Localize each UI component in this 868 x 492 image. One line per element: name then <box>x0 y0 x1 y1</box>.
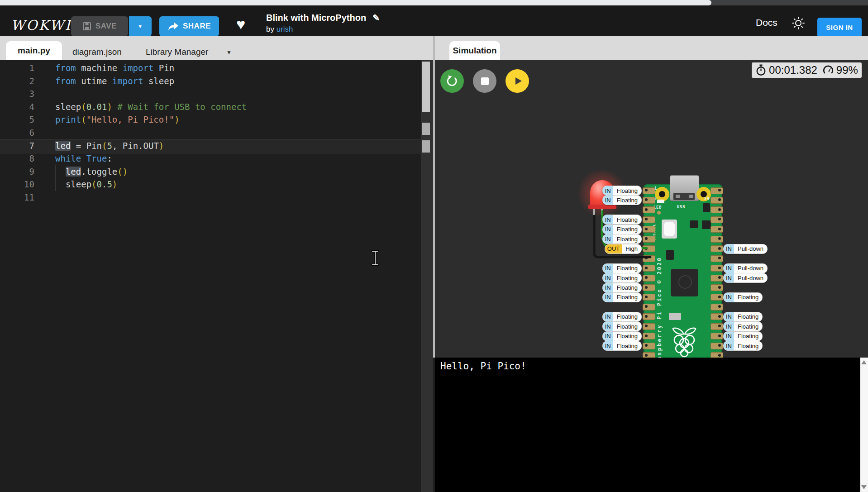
terminal-scrollbar[interactable] <box>860 358 868 492</box>
theme-toggle-sun-icon[interactable] <box>791 16 806 30</box>
pin-state-label: INPull-down <box>723 244 768 254</box>
pin-state-label: INFloating <box>602 321 642 331</box>
pin-state-label: OUTHigh <box>605 244 642 254</box>
pin-pad <box>643 265 655 272</box>
pin-state-label: INFloating <box>602 283 642 293</box>
tab-library-manager[interactable]: Library Manager <box>146 47 208 57</box>
pin-pad <box>643 333 655 339</box>
code-line: sleep(0.01) # Wait for USB to connect <box>55 100 247 114</box>
browser-edge-strip <box>0 0 868 5</box>
scroll-up-icon[interactable] <box>861 360 867 364</box>
pin-pad <box>711 236 723 243</box>
pin-pad <box>711 323 723 330</box>
wokwi-logo[interactable]: WOKWI <box>11 17 72 33</box>
line-number: 7 <box>0 139 34 153</box>
board-silkscreen-text: Raspberry Pi Pico © 2020 <box>656 208 663 358</box>
pin-pad <box>643 216 655 223</box>
pin-state-label: INFloating <box>723 341 763 351</box>
share-arrow-icon <box>167 22 179 31</box>
pin-state-label: INPull-down <box>723 263 768 273</box>
pin-pad <box>711 197 723 204</box>
pin-pad <box>711 245 723 252</box>
pin-pad <box>711 343 723 349</box>
author-link[interactable]: urish <box>277 25 293 33</box>
pin-state-label: INFloating <box>602 341 642 351</box>
save-dropdown-button[interactable]: ▼ <box>129 16 152 36</box>
editor-tab-bar: main.py diagram.json Library Manager ▼ <box>0 36 433 60</box>
pin-state-label: INFloating <box>723 292 763 302</box>
pin-pad <box>643 343 655 349</box>
pin-pad <box>643 313 655 320</box>
line-number: 9 <box>0 165 34 178</box>
line-number: 5 <box>0 113 34 126</box>
code-line: from machine import Pin <box>55 62 174 75</box>
code-line: from utime import sleep <box>55 75 174 88</box>
pin39-silkscreen: 39 <box>704 196 710 201</box>
edit-pencil-icon[interactable]: ✎ <box>372 13 380 23</box>
caret-down-icon: ▼ <box>138 24 143 29</box>
crystal-component <box>669 313 681 320</box>
pin-state-label: INFloating <box>602 292 642 302</box>
pin-state-label: INFloating <box>602 195 642 205</box>
usb-contact <box>689 195 693 198</box>
led-flange <box>588 205 616 209</box>
tab-simulation[interactable]: Simulation <box>449 41 500 60</box>
pin-pad <box>643 294 655 301</box>
docs-link[interactable]: Docs <box>756 17 777 28</box>
scrollbar-decoration-mark <box>422 123 430 135</box>
simulation-timer: 00:01.382 <box>769 64 817 76</box>
rp2040-chip <box>671 269 698 296</box>
serial-terminal[interactable]: Hello, Pi Pico! <box>435 358 868 492</box>
stopwatch-icon <box>755 64 767 76</box>
pin-pad <box>643 236 655 243</box>
tabs-dropdown-caret-icon[interactable]: ▼ <box>226 49 232 56</box>
bootsel-button[interactable] <box>664 222 675 236</box>
pin-pad <box>643 255 655 262</box>
smd-component <box>703 203 710 212</box>
favorite-heart-icon[interactable]: ♥ <box>236 15 245 33</box>
sign-in-button[interactable]: SIGN IN <box>817 18 862 37</box>
editor-scrollbar[interactable] <box>421 60 433 492</box>
floppy-save-icon <box>82 22 91 31</box>
pin-state-label: INFloating <box>602 234 642 244</box>
tab-diagram-json[interactable]: diagram.json <box>72 47 122 57</box>
pin-state-label: INFloating <box>602 263 642 273</box>
scroll-down-icon[interactable] <box>861 485 867 489</box>
code-line: print("Hello, Pi Pico!") <box>55 113 180 126</box>
share-button[interactable]: SHARE <box>159 16 219 36</box>
editor-scrollbar-thumb[interactable] <box>422 62 430 112</box>
restart-simulation-button[interactable] <box>440 69 464 93</box>
save-button[interactable]: SAVE <box>71 16 128 36</box>
play-icon <box>510 74 524 88</box>
share-label: SHARE <box>183 22 211 31</box>
tab-main-py[interactable]: main.py <box>6 41 62 60</box>
project-byline: by urish <box>266 25 380 34</box>
usb-silkscreen: USB <box>677 205 685 209</box>
pin-pad <box>643 187 655 194</box>
pin-state-label: INFloating <box>602 186 642 196</box>
code-line: led = Pin(5, Pin.OUT) <box>55 139 164 153</box>
raspberry-pi-pico-board[interactable]: 1 2 39 LED USB BOOTSEL <box>644 184 722 358</box>
stop-icon <box>481 77 489 85</box>
play-simulation-button[interactable] <box>506 69 529 93</box>
pin-pad <box>643 284 655 291</box>
simulation-canvas[interactable]: 00:01.382 99% 1 2 39 LED <box>435 60 868 358</box>
pin-pad <box>711 333 723 339</box>
pin-pad <box>643 323 655 330</box>
smd-component <box>690 220 698 228</box>
pin-pad <box>711 304 723 310</box>
project-title: Blink with MicroPython✎ <box>266 13 380 23</box>
pin-state-label: INFloating <box>602 273 642 283</box>
pin-pad <box>643 275 655 282</box>
line-number: 11 <box>0 191 34 204</box>
smd-component <box>666 250 674 260</box>
stop-simulation-button[interactable] <box>473 69 496 93</box>
raspberry-logo <box>670 325 699 358</box>
rp2040-logo-etch <box>678 275 692 289</box>
pin-state-label: INFloating <box>602 312 642 322</box>
line-number: 6 <box>0 126 34 139</box>
code-editor[interactable]: 1from machine import Pin2from utime impo… <box>0 60 424 492</box>
pin-pad <box>711 265 723 272</box>
pin-state-label: INFloating <box>602 225 642 234</box>
pin-pad <box>643 197 655 204</box>
